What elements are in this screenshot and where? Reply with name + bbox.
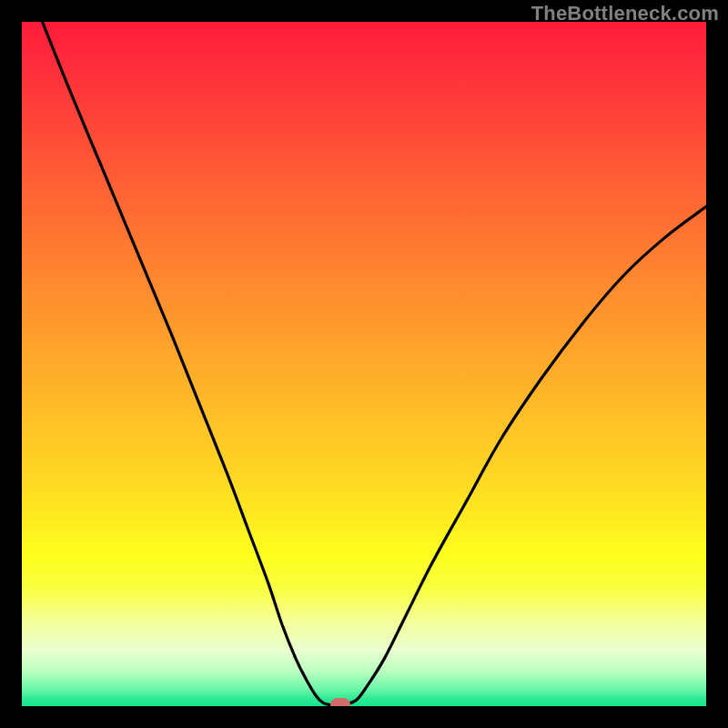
chart-frame: TheBottleneck.com	[0, 0, 728, 728]
plot-area	[22, 22, 706, 706]
bottleneck-curve	[22, 22, 706, 706]
optimal-point-marker	[330, 698, 350, 706]
